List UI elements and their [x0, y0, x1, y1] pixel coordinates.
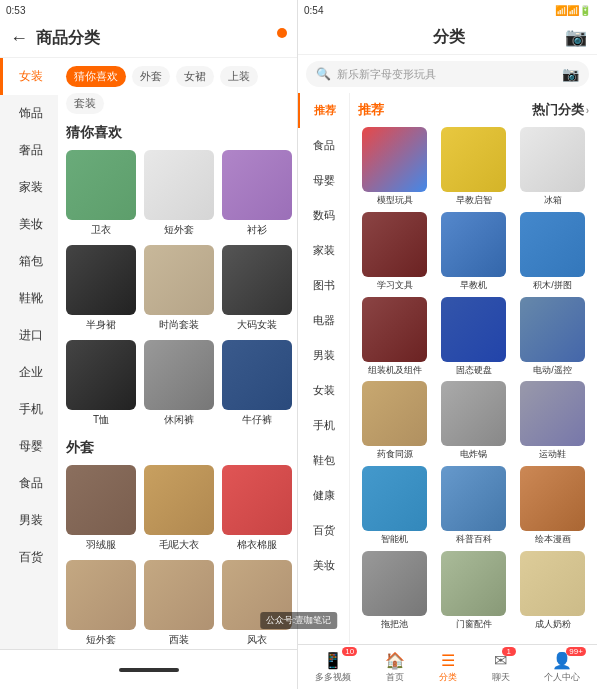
list-item[interactable]: 衬衫	[222, 150, 292, 237]
right-sidebar-item-女装[interactable]: 女装	[298, 373, 349, 408]
list-item[interactable]: 积木/拼图	[516, 212, 589, 291]
nav-item-聊天[interactable]: ✉1聊天	[492, 651, 510, 684]
list-item[interactable]: 智能机	[358, 466, 431, 545]
list-item[interactable]: 成人奶粉	[516, 551, 589, 630]
list-item[interactable]: 西装	[144, 560, 214, 647]
sidebar-item-jiazhuang[interactable]: 家装	[0, 169, 58, 206]
product-image	[222, 465, 292, 535]
search-bar[interactable]: 🔍 新乐新字母变形玩具 📷	[306, 61, 589, 87]
sidebar-item-baihuo[interactable]: 百货	[0, 539, 58, 576]
product-image	[222, 150, 292, 220]
list-item[interactable]: 毛呢大衣	[144, 465, 214, 552]
header-left: ← 商品分类	[0, 20, 297, 58]
product-image	[66, 465, 136, 535]
list-item[interactable]: 组装机及组件	[358, 297, 431, 376]
right-sidebar-item-手机[interactable]: 手机	[298, 408, 349, 443]
right-sidebar-item-男装[interactable]: 男装	[298, 338, 349, 373]
right-sidebar-item-母婴[interactable]: 母婴	[298, 163, 349, 198]
sidebar-item-shouji[interactable]: 手机	[0, 391, 58, 428]
product-image	[144, 150, 214, 220]
sidebar-item-xiezi[interactable]: 鞋靴	[0, 280, 58, 317]
sidebar-item-xianghao[interactable]: 箱包	[0, 243, 58, 280]
product-image	[362, 212, 427, 277]
product-label: 短外套	[164, 223, 194, 237]
sidebar-item-shipin[interactable]: 饰品	[0, 95, 58, 132]
list-item[interactable]: 牛仔裤	[222, 340, 292, 427]
sidebar-item-sheping[interactable]: 奢品	[0, 132, 58, 169]
list-item[interactable]: 药食同源	[358, 381, 431, 460]
list-item[interactable]: 大码女装	[222, 245, 292, 332]
list-item[interactable]: 早教机	[437, 212, 510, 291]
list-item[interactable]: 科普百科	[437, 466, 510, 545]
nav-item-个人中心[interactable]: 👤99+个人中心	[544, 651, 580, 684]
product-label: 成人奶粉	[535, 619, 571, 630]
nav-item-分类[interactable]: ☰分类	[439, 651, 457, 684]
sidebar-item-qiye[interactable]: 企业	[0, 354, 58, 391]
list-item[interactable]: 冰箱	[516, 127, 589, 206]
product-image	[441, 381, 506, 446]
search-camera-icon[interactable]: 📷	[562, 66, 579, 82]
list-item[interactable]: 短外套	[144, 150, 214, 237]
list-item[interactable]: 棉衣棉服	[222, 465, 292, 552]
product-image	[362, 466, 427, 531]
product-image	[144, 340, 214, 410]
right-sidebar-item-美妆[interactable]: 美妆	[298, 548, 349, 583]
filter-tab-套装[interactable]: 套装	[66, 93, 104, 114]
sidebar-item-muying[interactable]: 母婴	[0, 428, 58, 465]
list-item[interactable]: 学习文具	[358, 212, 431, 291]
list-item[interactable]: 休闲裤	[144, 340, 214, 427]
right-sidebar-item-鞋包[interactable]: 鞋包	[298, 443, 349, 478]
list-item[interactable]: 固态硬盘	[437, 297, 510, 376]
camera-icon[interactable]: 📷	[565, 26, 587, 48]
sidebar-item-nanzhuang[interactable]: 男装	[0, 502, 58, 539]
list-item[interactable]: 短外套	[66, 560, 136, 647]
sidebar-item-meizhuang[interactable]: 美妆	[0, 206, 58, 243]
right-sidebar-item-推荐[interactable]: 推荐	[298, 93, 349, 128]
list-item[interactable]: 拖把池	[358, 551, 431, 630]
list-item[interactable]: 绘本漫画	[516, 466, 589, 545]
filter-tab-上装[interactable]: 上装	[220, 66, 258, 87]
list-item[interactable]: 运动鞋	[516, 381, 589, 460]
nav-item-首页[interactable]: 🏠首页	[385, 651, 405, 684]
right-sidebar-item-图书[interactable]: 图书	[298, 268, 349, 303]
sidebar-item-jinjou[interactable]: 进口	[0, 317, 58, 354]
filter-tab-猜你喜欢[interactable]: 猜你喜欢	[66, 66, 126, 87]
list-item[interactable]: 早教启智	[437, 127, 510, 206]
product-image	[66, 340, 136, 410]
product-label: 卫衣	[91, 223, 111, 237]
product-label: 半身裙	[86, 318, 116, 332]
left-content: 女装饰品奢品家装美妆箱包鞋靴进口企业手机母婴食品男装百货 猜你喜欢外套女裙上装套…	[0, 58, 297, 649]
time-left: 0:53	[6, 5, 25, 16]
right-sidebar-item-电器[interactable]: 电器	[298, 303, 349, 338]
list-item[interactable]: 时尚套装	[144, 245, 214, 332]
product-image	[441, 466, 506, 531]
list-item[interactable]: 电炸锅	[437, 381, 510, 460]
status-bar-right: 0:54 📶📶🔋	[298, 0, 597, 20]
list-item[interactable]: 门窗配件	[437, 551, 510, 630]
right-sidebar-item-健康[interactable]: 健康	[298, 478, 349, 513]
product-label: 电动/遥控	[533, 365, 572, 376]
product-label: 模型玩具	[377, 195, 413, 206]
product-image	[520, 466, 585, 531]
product-label: 衬衫	[247, 223, 267, 237]
nav-item-多多视频[interactable]: 📱10多多视频	[315, 651, 351, 684]
list-item[interactable]: 半身裙	[66, 245, 136, 332]
sidebar-item-nvzhuang[interactable]: 女装	[0, 58, 58, 95]
back-button[interactable]: ←	[10, 28, 28, 49]
list-item[interactable]: T恤	[66, 340, 136, 427]
right-sidebar-item-食品[interactable]: 食品	[298, 128, 349, 163]
list-item[interactable]: 电动/遥控	[516, 297, 589, 376]
list-item[interactable]: 模型玩具	[358, 127, 431, 206]
list-item[interactable]: 风衣	[222, 560, 292, 647]
sidebar-item-shipin2[interactable]: 食品	[0, 465, 58, 502]
product-grid: 羽绒服毛呢大衣棉衣棉服短外套西装风衣皮衣皮草	[66, 465, 289, 649]
list-item[interactable]: 卫衣	[66, 150, 136, 237]
filter-tab-外套[interactable]: 外套	[132, 66, 170, 87]
right-sidebar-item-百货[interactable]: 百货	[298, 513, 349, 548]
filter-tab-女裙[interactable]: 女裙	[176, 66, 214, 87]
product-image	[222, 560, 292, 630]
list-item[interactable]: 羽绒服	[66, 465, 136, 552]
nav-label: 聊天	[492, 671, 510, 684]
right-sidebar-item-数码[interactable]: 数码	[298, 198, 349, 233]
right-sidebar-item-家装[interactable]: 家装	[298, 233, 349, 268]
